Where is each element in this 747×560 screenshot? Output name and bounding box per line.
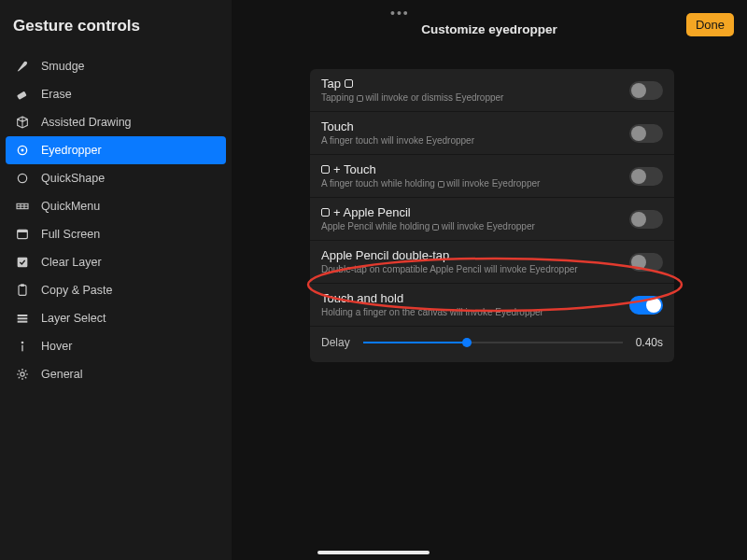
sidebar-item-quickmenu[interactable]: QuickMenu <box>6 192 226 220</box>
toggle-touch[interactable] <box>629 124 663 143</box>
svg-point-3 <box>18 174 26 182</box>
toggle-tap[interactable] <box>629 81 663 100</box>
checkbox-icon <box>15 255 30 270</box>
fullscreen-icon <box>15 227 30 242</box>
sidebar-item-label: Layer Select <box>41 312 106 325</box>
option-subtitle: Apple Pencil while holding will invoke E… <box>321 221 663 231</box>
sidebar-item-eyedropper[interactable]: Eyedropper <box>6 136 226 164</box>
sidebar-item-erase[interactable]: Erase <box>6 80 226 108</box>
options-panel: Tap Tapping will invoke or dismiss Eyedr… <box>310 69 674 362</box>
delay-row: Delay 0.40s <box>310 327 674 362</box>
delay-slider[interactable] <box>363 337 623 348</box>
svg-rect-17 <box>21 345 22 352</box>
toggle-touch-and-hold[interactable] <box>629 296 663 315</box>
header: ••• Customize eyedropper Done <box>232 0 747 50</box>
filmstrip-icon <box>15 199 30 214</box>
sidebar-item-layer-select[interactable]: Layer Select <box>6 304 226 332</box>
square-icon <box>345 79 353 88</box>
sidebar: Gesture controls Smudge Erase Assisted D… <box>0 0 232 560</box>
svg-rect-0 <box>17 91 27 100</box>
svg-line-26 <box>25 371 26 371</box>
ellipsis-icon[interactable]: ••• <box>390 6 410 21</box>
svg-rect-11 <box>19 286 26 296</box>
sidebar-item-general[interactable]: General <box>6 360 226 388</box>
sidebar-item-label: Clear Layer <box>41 256 102 269</box>
option-title: Apple Pencil double-tap <box>321 248 663 262</box>
option-touch: Touch A finger touch will invoke Eyedrop… <box>310 112 674 155</box>
smudge-icon <box>15 59 30 74</box>
toggle-square-pencil[interactable] <box>629 210 663 229</box>
sidebar-item-label: Hover <box>41 340 72 353</box>
sidebar-item-label: Eyedropper <box>41 144 102 157</box>
hover-icon <box>15 339 30 354</box>
gear-icon <box>15 367 30 382</box>
delay-value: 0.40s <box>636 336 663 349</box>
svg-rect-13 <box>18 315 28 316</box>
option-pencil-double-tap: Apple Pencil double-tap Double-tap on co… <box>310 241 674 284</box>
square-icon <box>432 224 439 231</box>
svg-line-23 <box>19 371 20 371</box>
option-square-pencil: + Apple Pencil Apple Pencil while holdin… <box>310 198 674 241</box>
option-title: + Touch <box>321 162 663 176</box>
svg-point-18 <box>21 372 24 376</box>
sidebar-title: Gesture controls <box>0 17 232 52</box>
delay-label: Delay <box>321 336 350 349</box>
home-indicator[interactable] <box>317 551 430 554</box>
svg-rect-15 <box>18 321 28 323</box>
toggle-pencil-double-tap[interactable] <box>629 253 663 272</box>
option-square-touch: + Touch A finger touch while holding wil… <box>310 155 674 198</box>
square-icon <box>438 181 444 188</box>
cube-icon <box>15 115 30 130</box>
target-icon <box>15 143 30 158</box>
done-button[interactable]: Done <box>686 13 734 36</box>
sidebar-item-label: QuickMenu <box>41 200 100 213</box>
option-subtitle: Tapping will invoke or dismiss Eyedroppe… <box>321 92 663 103</box>
svg-rect-14 <box>18 317 28 319</box>
svg-line-25 <box>19 377 20 378</box>
svg-line-24 <box>25 377 26 378</box>
eraser-icon <box>15 87 30 102</box>
option-title-text: Tap <box>321 77 341 91</box>
sidebar-item-hover[interactable]: Hover <box>6 332 226 360</box>
option-subtitle: A finger touch will invoke Eyedropper <box>321 135 663 146</box>
sidebar-item-label: Assisted Drawing <box>41 116 132 129</box>
toggle-square-touch[interactable] <box>629 167 663 186</box>
option-title: Touch and hold <box>321 291 663 305</box>
option-subtitle: Holding a finger on the canvas will invo… <box>321 307 663 317</box>
square-icon <box>357 95 363 102</box>
sidebar-item-label: Copy & Paste <box>41 284 112 297</box>
option-subtitle: Double-tap on compatible Apple Pencil wi… <box>321 264 663 274</box>
page-title: Customize eyedropper <box>232 22 747 36</box>
sidebar-item-copy-paste[interactable]: Copy & Paste <box>6 276 226 304</box>
option-title: + Apple Pencil <box>321 205 663 219</box>
option-tap: Tap Tapping will invoke or dismiss Eyedr… <box>310 69 674 112</box>
sidebar-item-clear-layer[interactable]: Clear Layer <box>6 248 226 276</box>
sidebar-item-smudge[interactable]: Smudge <box>6 52 226 80</box>
sidebar-item-label: Erase <box>41 88 72 101</box>
circle-outline-icon <box>15 171 30 186</box>
square-icon <box>321 208 330 217</box>
svg-rect-12 <box>21 284 24 287</box>
option-title: Touch <box>321 119 663 133</box>
sidebar-item-full-screen[interactable]: Full Screen <box>6 220 226 248</box>
svg-rect-10 <box>18 258 28 268</box>
slider-thumb[interactable] <box>462 338 472 347</box>
sidebar-item-label: Smudge <box>41 60 85 73</box>
svg-point-2 <box>21 149 24 152</box>
sidebar-item-label: Full Screen <box>41 228 100 241</box>
square-icon <box>321 165 330 174</box>
option-title: Tap <box>321 77 663 91</box>
option-touch-and-hold: Touch and hold Holding a finger on the c… <box>310 284 674 327</box>
sidebar-item-assisted-drawing[interactable]: Assisted Drawing <box>6 108 226 136</box>
sidebar-item-label: QuickShape <box>41 172 105 185</box>
sidebar-list: Smudge Erase Assisted Drawing Eyedropper <box>0 52 232 388</box>
option-subtitle: A finger touch while holding will invoke… <box>321 178 663 189</box>
clipboard-icon <box>15 283 30 298</box>
sidebar-item-quickshape[interactable]: QuickShape <box>6 164 226 192</box>
svg-rect-9 <box>18 230 28 232</box>
sidebar-item-label: General <box>41 368 82 381</box>
svg-point-16 <box>21 342 24 344</box>
layers-icon <box>15 311 30 326</box>
